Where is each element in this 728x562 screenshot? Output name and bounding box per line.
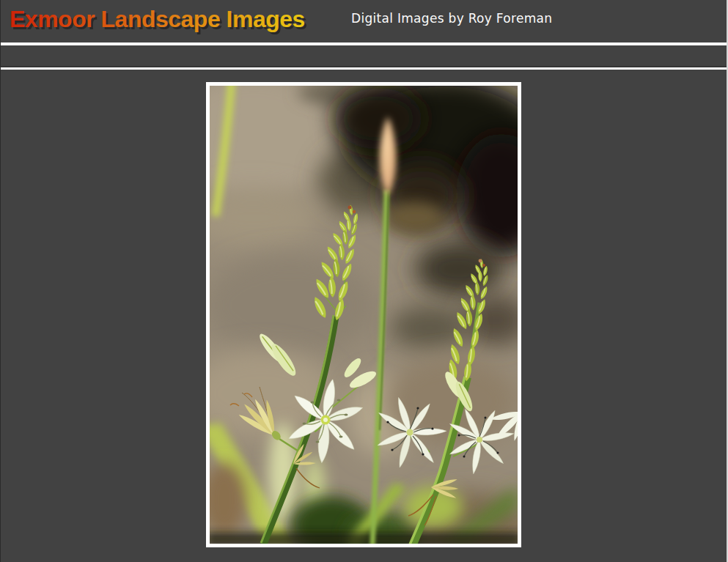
content-area xyxy=(1,82,727,562)
page-title: Exmoor Landscape Images xyxy=(10,6,305,32)
nav-bar xyxy=(1,45,727,67)
page: Exmoor Landscape Images Exmoor Landscape… xyxy=(0,0,728,562)
header: Exmoor Landscape Images Exmoor Landscape… xyxy=(1,0,727,42)
nav-separator xyxy=(1,67,727,70)
photo-frame[interactable] xyxy=(206,82,521,547)
site-title: Exmoor Landscape Images Exmoor Landscape… xyxy=(1,0,345,40)
flower-photo xyxy=(210,86,518,544)
page-subtitle: Digital Images by Roy Foreman xyxy=(351,11,552,26)
